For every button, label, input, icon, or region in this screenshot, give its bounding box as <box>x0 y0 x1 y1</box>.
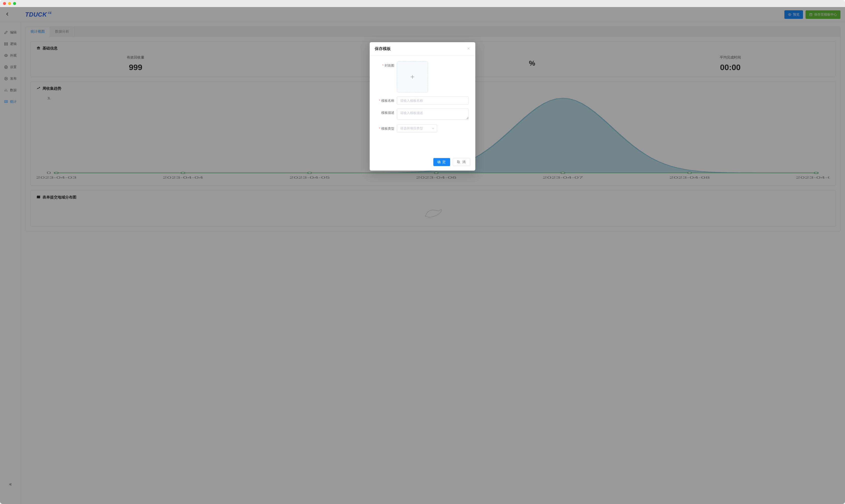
modal-ok-label: 确 定 <box>437 160 446 164</box>
minimize-window-icon[interactable] <box>8 2 11 5</box>
template-name-input[interactable] <box>397 96 469 105</box>
close-window-icon[interactable] <box>3 2 6 5</box>
plus-icon <box>410 74 415 80</box>
form-label-name: *模板名称 <box>376 96 394 103</box>
modal-close-icon[interactable] <box>467 47 470 51</box>
modal-cancel-label: 取 消 <box>457 160 466 164</box>
maximize-window-icon[interactable] <box>13 2 16 5</box>
modal-overlay[interactable]: 保存模板 *封面图 <box>0 7 845 504</box>
mac-titlebar <box>0 0 845 7</box>
cover-uploader[interactable] <box>397 61 428 92</box>
select-placeholder: 请选择项目类型 <box>400 126 423 131</box>
modal-title: 保存模板 <box>375 46 391 52</box>
modal-cancel-button[interactable]: 取 消 <box>453 158 470 166</box>
template-desc-input[interactable] <box>397 109 469 120</box>
save-template-modal: 保存模板 *封面图 <box>370 42 475 170</box>
form-label-type: *模板类型 <box>376 124 394 131</box>
chevron-down-icon <box>431 127 435 130</box>
modal-ok-button[interactable]: 确 定 <box>433 158 450 166</box>
template-type-select[interactable]: 请选择项目类型 <box>397 124 437 132</box>
form-label-desc: 模板描述 <box>376 109 394 115</box>
form-label-cover: *封面图 <box>376 61 394 68</box>
